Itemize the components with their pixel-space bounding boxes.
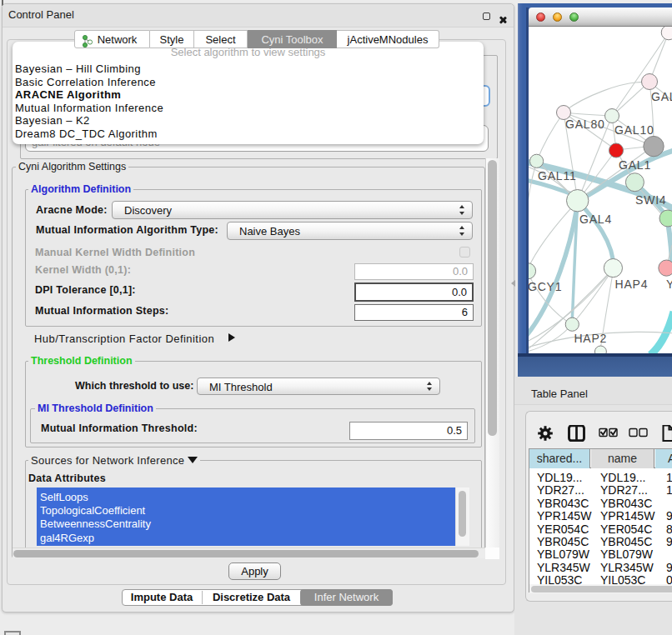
- svg-text:GAL4: GAL4: [579, 212, 612, 226]
- svg-text:HAP4: HAP4: [615, 278, 649, 291]
- svg-text:GAL7: GAL7: [651, 90, 672, 103]
- svg-text:YM: YM: [666, 278, 672, 291]
- svg-text:GCY1: GCY1: [529, 280, 562, 293]
- svg-text:GAL80: GAL80: [565, 118, 605, 131]
- svg-text:SWI4: SWI4: [635, 193, 666, 207]
- svg-text:GAL11: GAL11: [538, 169, 577, 182]
- svg-text:GAL1: GAL1: [619, 158, 651, 172]
- svg-text:GAL10: GAL10: [614, 123, 654, 137]
- svg-text:HAP2: HAP2: [574, 332, 607, 345]
